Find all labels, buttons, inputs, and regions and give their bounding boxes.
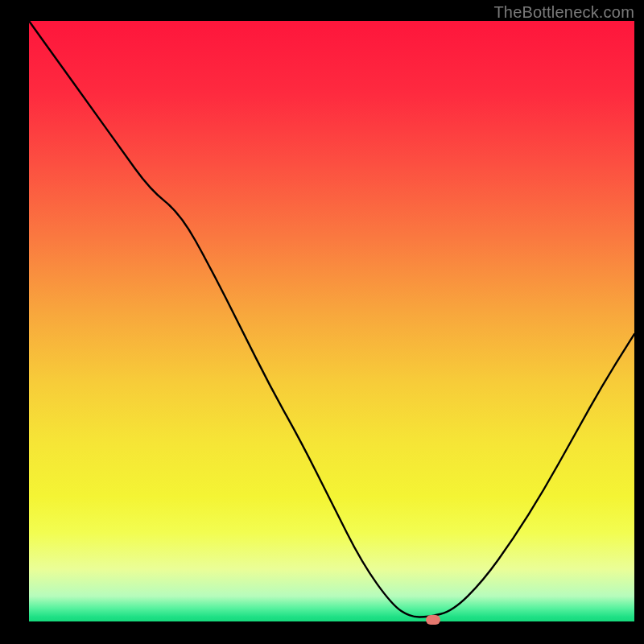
plot-area [29,21,634,623]
chart-stage: TheBottleneck.com [0,0,644,644]
bottleneck-chart [0,0,644,644]
optimum-marker [426,615,440,625]
x-axis [29,621,634,623]
